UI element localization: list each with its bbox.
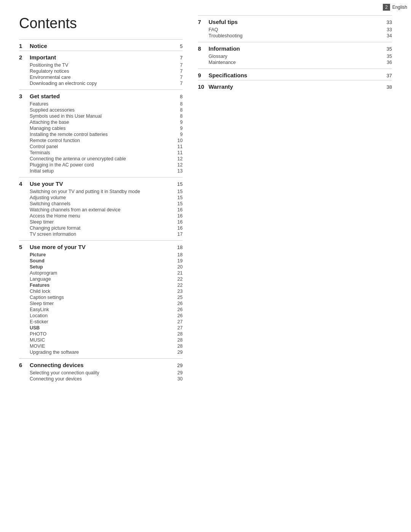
toc-item-label: EasyLink <box>30 307 173 312</box>
toc-item: Watching channels from an external devic… <box>30 207 183 213</box>
toc-item: Symbols used in this User Manual8 <box>30 113 183 119</box>
toc-item: Connecting your devices30 <box>30 376 183 382</box>
toc-chapter-10: 10Warranty38 <box>198 80 392 90</box>
chapter-num: 3 <box>19 93 27 99</box>
toc-item: Plugging in the AC power cord12 <box>30 162 183 168</box>
toc-item: Maintenance36 <box>209 59 392 66</box>
chapter-title: Warranty <box>209 83 381 90</box>
toc-item: Autoprogram21 <box>30 270 183 276</box>
toc-item-page: 34 <box>382 33 392 38</box>
toc-item: Managing cables9 <box>30 125 183 131</box>
toc-item: Location26 <box>30 313 183 319</box>
toc-item-label: Troubleshooting <box>209 33 382 38</box>
toc-item-page: 29 <box>173 350 183 355</box>
toc-item: Upgrading the software29 <box>30 349 183 355</box>
toc-item-label: FAQ <box>209 27 382 32</box>
toc-item-label: Picture <box>30 252 173 257</box>
toc-item: Setup20 <box>30 264 183 270</box>
toc-item: Positioning the TV7 <box>30 62 183 68</box>
chapter-page: 38 <box>384 84 392 90</box>
chapter-num: 4 <box>19 181 27 187</box>
chapter-page: 5 <box>175 43 183 49</box>
toc-item-page: 10 <box>173 138 183 143</box>
chapter-num: 2 <box>19 54 27 61</box>
toc-item: FAQ33 <box>209 27 392 33</box>
toc-item-label: Glossary <box>209 54 382 59</box>
toc-item-page: 27 <box>173 319 183 324</box>
toc-item: E-sticker27 <box>30 319 183 325</box>
toc-item-page: 12 <box>173 162 183 168</box>
toc-item-page: 30 <box>173 376 183 382</box>
toc-chapter-7: 7Useful tips33FAQ33Troubleshooting34 <box>198 15 392 42</box>
toc-item: Picture18 <box>30 252 183 258</box>
toc-item-label: Environmental care <box>30 75 173 80</box>
toc-item-page: 26 <box>173 307 183 312</box>
toc-item-page: 11 <box>173 150 183 155</box>
toc-item-page: 9 <box>173 120 183 125</box>
toc-item: Glossary35 <box>209 53 392 59</box>
toc-item-page: 12 <box>173 156 183 161</box>
toc-item: Control panel11 <box>30 144 183 150</box>
toc-item-label: Plugging in the AC power cord <box>30 162 173 168</box>
toc-item: Connecting the antenna or unencrypted ca… <box>30 156 183 162</box>
toc-item-label: E-sticker <box>30 319 173 324</box>
chapter-title: Notice <box>30 43 172 49</box>
toc-item-label: Control panel <box>30 144 173 149</box>
toc-item-label: Supplied accessories <box>30 107 173 113</box>
chapter-num: 8 <box>198 45 206 52</box>
toc-chapter-5: 5Use more of your TV18Picture18Sound19Se… <box>19 240 183 358</box>
toc-item-label: Adjusting volume <box>30 195 173 200</box>
toc-item-label: Sleep timer <box>30 219 173 225</box>
chapter-page: 33 <box>384 19 392 25</box>
chapter-page: 29 <box>175 363 183 368</box>
chapter-title: Important <box>30 54 172 61</box>
toc-item-label: Changing picture format <box>30 225 173 231</box>
toc-item-page: 36 <box>382 60 392 65</box>
toc-item-label: Positioning the TV <box>30 62 173 68</box>
toc-item-page: 7 <box>173 62 183 68</box>
page-title: Contents <box>19 15 183 32</box>
toc-item-page: 15 <box>173 201 183 206</box>
toc-item-page: 25 <box>173 295 183 300</box>
toc-item-label: Access the Home menu <box>30 213 173 219</box>
toc-item-label: PHOTO <box>30 331 173 337</box>
toc-item: Features22 <box>30 282 183 288</box>
toc-item-page: 29 <box>173 370 183 375</box>
toc-chapter-1: 1Notice5 <box>19 39 183 49</box>
toc-item: USB27 <box>30 325 183 331</box>
toc-item-page: 16 <box>173 225 183 231</box>
chapter-num: 10 <box>198 83 206 90</box>
toc-item: Access the Home menu16 <box>30 213 183 219</box>
toc-left: 1Notice52Important7Positioning the TV7Re… <box>19 39 183 385</box>
toc-item-label: Features <box>30 101 173 107</box>
toc-item: PHOTO28 <box>30 331 183 337</box>
chapter-title: Useful tips <box>209 19 381 25</box>
toc-item-page: 28 <box>173 337 183 343</box>
toc-chapter-4: 4Use your TV15Switching on your TV and p… <box>19 177 183 240</box>
toc-item-label: Installing the remote control batteries <box>30 132 173 137</box>
toc-item-label: USB <box>30 325 173 331</box>
toc-item-label: Selecting your connection quality <box>30 370 173 375</box>
toc-item-page: 28 <box>173 331 183 337</box>
chapter-title: Information <box>209 45 381 52</box>
toc-item-page: 9 <box>173 126 183 131</box>
toc-item: TV screen information17 <box>30 231 183 237</box>
toc-item-page: 16 <box>173 213 183 219</box>
toc-item-page: 13 <box>173 168 183 174</box>
toc-item: Sleep timer16 <box>30 219 183 225</box>
chapter-num: 6 <box>19 362 27 368</box>
chapter-page: 18 <box>175 244 183 250</box>
toc-item: Language22 <box>30 276 183 282</box>
left-column: Contents 1Notice52Important7Positioning … <box>19 15 183 385</box>
toc-item-label: Downloading an electronic copy <box>30 81 173 86</box>
toc-item-label: Features <box>30 283 173 288</box>
toc-item-page: 7 <box>173 75 183 80</box>
toc-item-page: 15 <box>173 195 183 200</box>
toc-item: Caption settings25 <box>30 294 183 300</box>
toc-item-label: Initial setup <box>30 168 173 174</box>
toc-item-page: 16 <box>173 207 183 212</box>
toc-item-page: 22 <box>173 276 183 282</box>
chapter-num: 7 <box>198 19 206 25</box>
language-label: English <box>392 5 407 10</box>
toc-item-page: 8 <box>173 107 183 113</box>
